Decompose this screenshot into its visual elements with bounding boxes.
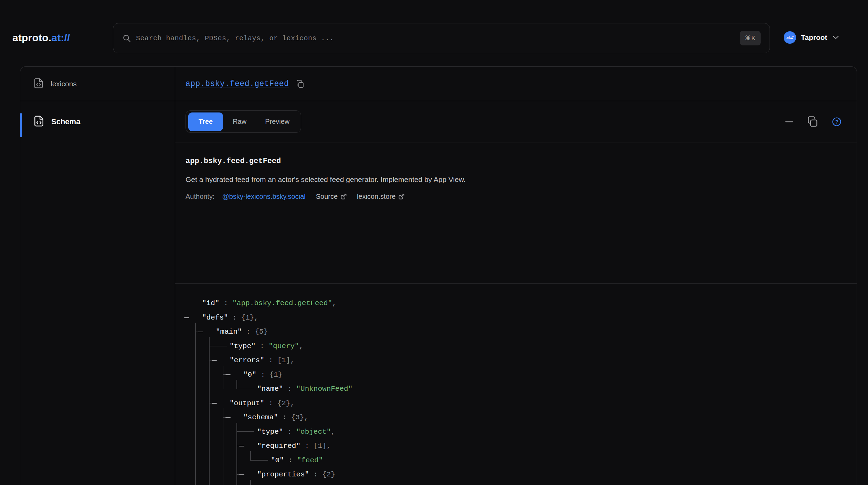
- tree-row-properties[interactable]: "properties" : {2}: [175, 467, 857, 482]
- schema-description: Get a hydrated feed from an actor's sele…: [186, 175, 857, 184]
- authority-row: Authority: @bsky-lexicons.bsky.social So…: [186, 193, 857, 201]
- tree-value: {2}: [277, 399, 290, 407]
- tree-guide-line: [195, 323, 196, 485]
- tab-raw[interactable]: Raw: [224, 112, 255, 131]
- tree-guide-line: [250, 451, 251, 461]
- tree-key: "required": [257, 442, 300, 450]
- tree-branch-line: [250, 460, 268, 461]
- tree-key: "0": [243, 371, 256, 379]
- tree-row-feed[interactable]: "feed" : {2},: [175, 482, 857, 485]
- tree-comma: ,: [290, 356, 295, 364]
- tree-row-id[interactable]: "id" : "app.bsky.feed.getFeed",: [175, 296, 857, 311]
- tree-row-name[interactable]: "name" : "UnknownFeed": [175, 382, 857, 396]
- tree-separator: :: [283, 428, 296, 436]
- external-link-icon: [341, 194, 347, 200]
- sidebar-item-label: lexicons: [51, 80, 77, 88]
- external-link-icon: [399, 194, 404, 200]
- tree-comma: ,: [332, 299, 337, 307]
- collapse-toggle-icon[interactable]: [212, 360, 217, 361]
- collapse-toggle-icon[interactable]: [239, 446, 244, 447]
- tree-row-output[interactable]: "output" : {2},: [175, 396, 857, 411]
- collapse-toggle-icon[interactable]: [198, 332, 203, 333]
- logo-text-accent: at://: [51, 32, 70, 43]
- tab-tree[interactable]: Tree: [188, 112, 223, 131]
- main-pane: app.bsky.feed.getFeed Tree Raw Preview: [175, 67, 857, 485]
- profile-menu[interactable]: at:// Taproot: [784, 31, 839, 44]
- tree-guide-line: [250, 480, 251, 485]
- search-bar[interactable]: ⌘K: [113, 23, 770, 53]
- tree-row-0[interactable]: "0" : "feed": [175, 453, 857, 468]
- sidebar-item-lexicons[interactable]: lexicons: [20, 67, 175, 101]
- tree-guide-line: [236, 380, 237, 389]
- collapse-toggle-icon[interactable]: [225, 417, 231, 418]
- tree-key: "name": [257, 385, 283, 393]
- tree-value: "query": [268, 342, 299, 350]
- help-button[interactable]: ?: [832, 117, 841, 127]
- tree-comma: ,: [327, 442, 331, 450]
- collapse-all-button[interactable]: [785, 118, 793, 126]
- tree-value: [1]: [277, 356, 290, 364]
- lexicon-store-link-label: lexicon.store: [357, 193, 395, 201]
- tree-value: "object": [296, 428, 331, 436]
- tree-comma: ,: [304, 413, 308, 421]
- tree-value: {1}: [241, 314, 254, 322]
- copy-nsid-button[interactable]: [296, 80, 304, 88]
- breadcrumb[interactable]: app.bsky.feed.getFeed: [186, 79, 289, 88]
- collapse-toggle-icon[interactable]: [239, 474, 244, 475]
- tree-guide-line: [209, 337, 210, 485]
- authority-handle-link[interactable]: @bsky-lexicons.bsky.social: [222, 193, 305, 201]
- authority-label: Authority:: [186, 193, 214, 201]
- tree-separator: :: [300, 442, 314, 450]
- tree-row-type[interactable]: "type" : "query",: [175, 339, 857, 354]
- copy-json-button[interactable]: [807, 116, 818, 128]
- chevron-down-icon: [833, 36, 839, 39]
- sidebar: lexicons Schema: [20, 67, 175, 485]
- source-link-label: Source: [316, 193, 338, 201]
- search-icon: [122, 34, 131, 43]
- tree-comma: ,: [331, 428, 335, 436]
- tree-row-errors[interactable]: "errors" : [1],: [175, 353, 857, 368]
- tree-row-main[interactable]: "main" : {5}: [175, 325, 857, 339]
- sidebar-item-schema[interactable]: Schema: [20, 101, 175, 142]
- tree-separator: :: [264, 356, 277, 364]
- json-tree: "id" : "app.bsky.feed.getFeed","defs" : …: [175, 284, 857, 485]
- collapse-toggle-icon[interactable]: [184, 317, 189, 318]
- source-link[interactable]: Source: [316, 193, 347, 201]
- lexicon-store-link[interactable]: lexicon.store: [357, 193, 404, 201]
- tree-guide-line: [223, 408, 223, 485]
- tree-comma: ,: [254, 314, 258, 322]
- tree-separator: :: [219, 299, 232, 307]
- tree-key: "errors": [230, 356, 264, 364]
- tree-row-defs[interactable]: "defs" : {1},: [175, 311, 857, 325]
- tab-preview[interactable]: Preview: [256, 112, 298, 131]
- json-tree-panel: "id" : "app.bsky.feed.getFeed","defs" : …: [175, 283, 857, 485]
- tree-key: "defs": [202, 314, 228, 322]
- tree-row-type[interactable]: "type" : "object",: [175, 425, 857, 439]
- tree-separator: :: [309, 471, 322, 478]
- tree-key: "id": [202, 299, 219, 307]
- tree-key: "type": [257, 428, 283, 436]
- tree-value: "app.bsky.feed.getFeed": [232, 299, 332, 307]
- file-code-icon: [34, 116, 44, 128]
- tree-separator: :: [242, 328, 255, 336]
- tree-value: {3}: [291, 413, 304, 421]
- tree-row-0[interactable]: "0" : {1}: [175, 368, 857, 382]
- profile-name: Taproot: [801, 33, 827, 42]
- tree-value: {2}: [322, 471, 335, 478]
- collapse-toggle-icon[interactable]: [225, 374, 231, 375]
- avatar: at://: [784, 31, 796, 44]
- file-code-icon: [34, 78, 43, 90]
- breadcrumb-row: app.bsky.feed.getFeed: [175, 67, 857, 101]
- search-input[interactable]: [136, 34, 740, 42]
- tree-separator: :: [278, 413, 291, 421]
- tree-value: {1}: [269, 371, 283, 379]
- app-window: atproto.at:// ⌘K at:// Taproot lexicons: [0, 0, 868, 485]
- tree-branch-line: [209, 346, 227, 346]
- collapse-toggle-icon[interactable]: [212, 403, 217, 404]
- app-logo[interactable]: atproto.at://: [12, 32, 70, 44]
- tree-value: {5}: [255, 328, 268, 336]
- tree-row-required[interactable]: "required" : [1],: [175, 439, 857, 453]
- tree-guide-line: [223, 366, 223, 389]
- main-frame: lexicons Schema app.bsky.feed.getFeed: [20, 66, 857, 485]
- tree-row-schema[interactable]: "schema" : {3},: [175, 410, 857, 425]
